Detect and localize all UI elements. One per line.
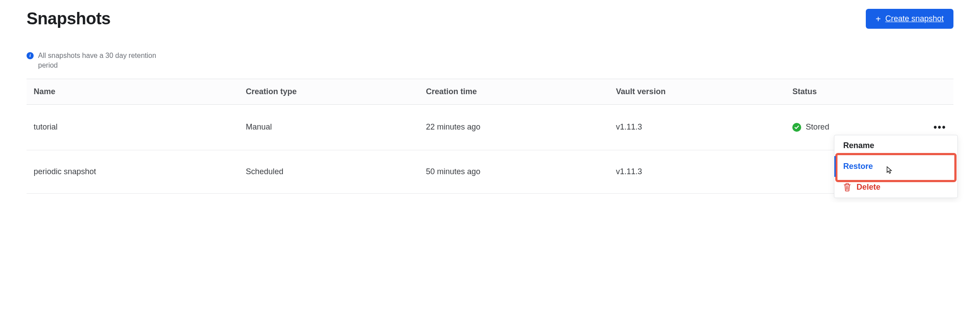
cell-name: tutorial <box>27 104 239 150</box>
cell-actions: ••• Rename Restore <box>926 104 953 150</box>
snapshots-table: Name Creation type Creation time Vault v… <box>27 79 953 194</box>
info-text: All snapshots have a 30 day retention pe… <box>38 51 177 71</box>
cell-creation-time: 22 minutes ago <box>419 104 609 150</box>
col-actions <box>926 79 953 104</box>
check-icon <box>792 123 801 132</box>
cell-creation-type: Scheduled <box>239 150 419 193</box>
trash-icon <box>843 183 851 191</box>
cell-creation-type: Manual <box>239 104 419 150</box>
col-creation-time: Creation time <box>419 79 609 104</box>
col-vault-version: Vault version <box>609 79 786 104</box>
plus-icon: + <box>876 15 881 23</box>
col-status: Status <box>785 79 926 104</box>
menu-item-delete[interactable]: Delete <box>834 177 957 198</box>
menu-item-delete-label: Delete <box>857 183 880 192</box>
cell-creation-time: 50 minutes ago <box>419 150 609 193</box>
menu-item-rename-label: Rename <box>843 141 874 150</box>
info-icon: i <box>27 52 34 59</box>
info-banner: i All snapshots have a 30 day retention … <box>27 51 177 71</box>
menu-item-rename[interactable]: Rename <box>834 135 957 156</box>
create-snapshot-label: Create snapshot <box>885 14 944 23</box>
row-actions-menu-button[interactable]: ••• <box>934 122 946 133</box>
status-label: Stored <box>806 122 829 132</box>
page-title: Snapshots <box>27 9 111 28</box>
menu-item-restore[interactable]: Restore <box>834 156 957 177</box>
cell-vault-version: v1.11.3 <box>609 104 786 150</box>
cell-vault-version: v1.11.3 <box>609 150 786 193</box>
cursor-icon <box>885 166 893 178</box>
row-actions-menu: Rename Restore <box>834 135 958 198</box>
cell-name: periodic snapshot <box>27 150 239 193</box>
create-snapshot-button[interactable]: + Create snapshot <box>866 9 953 29</box>
col-name: Name <box>27 79 239 104</box>
col-creation-type: Creation type <box>239 79 419 104</box>
menu-item-restore-label: Restore <box>843 162 873 171</box>
table-row: tutorial Manual 22 minutes ago v1.11.3 S… <box>27 104 953 150</box>
table-row: periodic snapshot Scheduled 50 minutes a… <box>27 150 953 193</box>
